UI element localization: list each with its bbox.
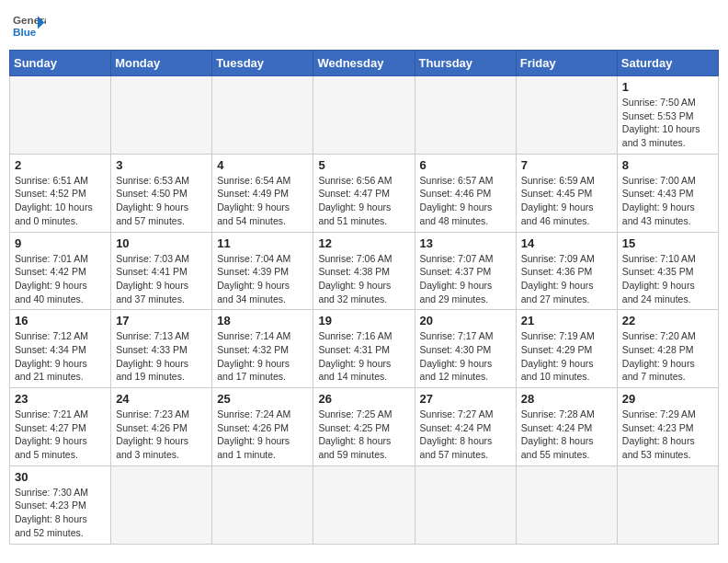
day-number: 4 (217, 158, 308, 172)
calendar-cell: 20Sunrise: 7:17 AM Sunset: 4:30 PM Dayli… (415, 310, 516, 388)
day-number: 16 (15, 314, 106, 327)
day-info: Sunrise: 7:27 AM Sunset: 4:24 PM Dayligh… (420, 408, 511, 462)
day-info: Sunrise: 7:04 AM Sunset: 4:39 PM Dayligh… (217, 252, 308, 306)
weekday-tuesday: Tuesday (212, 51, 313, 76)
day-number: 13 (420, 236, 511, 250)
calendar-cell (313, 465, 415, 544)
day-info: Sunrise: 7:01 AM Sunset: 4:42 PM Dayligh… (15, 252, 106, 306)
calendar-cell: 30Sunrise: 7:30 AM Sunset: 4:23 PM Dayli… (10, 465, 111, 544)
day-info: Sunrise: 6:53 AM Sunset: 4:50 PM Dayligh… (116, 174, 207, 228)
day-info: Sunrise: 6:54 AM Sunset: 4:49 PM Dayligh… (217, 174, 308, 228)
day-info: Sunrise: 6:51 AM Sunset: 4:52 PM Dayligh… (15, 174, 106, 228)
calendar-cell: 23Sunrise: 7:21 AM Sunset: 4:27 PM Dayli… (10, 388, 111, 466)
day-number: 26 (318, 392, 409, 406)
calendar-cell: 3Sunrise: 6:53 AM Sunset: 4:50 PM Daylig… (111, 154, 212, 232)
calendar-week-2: 2Sunrise: 6:51 AM Sunset: 4:52 PM Daylig… (10, 154, 719, 232)
calendar-cell: 11Sunrise: 7:04 AM Sunset: 4:39 PM Dayli… (212, 232, 313, 310)
day-number: 19 (318, 314, 409, 327)
day-info: Sunrise: 7:21 AM Sunset: 4:27 PM Dayligh… (15, 408, 106, 462)
weekday-saturday: Saturday (617, 51, 718, 76)
weekday-sunday: Sunday (10, 51, 111, 76)
day-number: 30 (15, 470, 106, 484)
calendar-week-5: 23Sunrise: 7:21 AM Sunset: 4:27 PM Dayli… (10, 388, 719, 466)
day-info: Sunrise: 7:03 AM Sunset: 4:41 PM Dayligh… (116, 252, 207, 306)
calendar-cell: 14Sunrise: 7:09 AM Sunset: 4:36 PM Dayli… (516, 232, 617, 310)
day-info: Sunrise: 7:00 AM Sunset: 4:43 PM Dayligh… (622, 174, 713, 228)
calendar-cell: 19Sunrise: 7:16 AM Sunset: 4:31 PM Dayli… (313, 310, 415, 388)
day-number: 5 (318, 158, 409, 172)
day-info: Sunrise: 7:14 AM Sunset: 4:32 PM Dayligh… (217, 329, 308, 384)
day-number: 3 (116, 158, 207, 172)
calendar-cell: 7Sunrise: 6:59 AM Sunset: 4:45 PM Daylig… (516, 154, 617, 232)
day-number: 20 (420, 314, 511, 327)
day-info: Sunrise: 7:29 AM Sunset: 4:23 PM Dayligh… (622, 408, 713, 462)
calendar-cell (313, 76, 415, 155)
calendar-cell: 2Sunrise: 6:51 AM Sunset: 4:52 PM Daylig… (10, 154, 111, 232)
day-info: Sunrise: 7:20 AM Sunset: 4:28 PM Dayligh… (622, 329, 713, 384)
weekday-friday: Friday (516, 51, 617, 76)
logo: General Blue (13, 9, 46, 42)
calendar-cell: 26Sunrise: 7:25 AM Sunset: 4:25 PM Dayli… (313, 388, 415, 466)
calendar-table: SundayMondayTuesdayWednesdayThursdayFrid… (9, 50, 719, 545)
day-number: 12 (318, 236, 409, 250)
day-number: 17 (116, 314, 207, 327)
weekday-thursday: Thursday (415, 51, 516, 76)
day-info: Sunrise: 6:56 AM Sunset: 4:47 PM Dayligh… (318, 174, 409, 228)
calendar-cell: 28Sunrise: 7:28 AM Sunset: 4:24 PM Dayli… (516, 388, 617, 466)
day-number: 10 (116, 236, 207, 250)
calendar-cell: 5Sunrise: 6:56 AM Sunset: 4:47 PM Daylig… (313, 154, 415, 232)
day-number: 22 (622, 314, 713, 327)
calendar-cell: 4Sunrise: 6:54 AM Sunset: 4:49 PM Daylig… (212, 154, 313, 232)
day-info: Sunrise: 7:30 AM Sunset: 4:23 PM Dayligh… (15, 486, 106, 540)
day-number: 23 (15, 392, 106, 406)
calendar-cell: 21Sunrise: 7:19 AM Sunset: 4:29 PM Dayli… (516, 310, 617, 388)
day-number: 21 (521, 314, 612, 327)
page-header: General Blue (9, 9, 719, 42)
day-info: Sunrise: 7:10 AM Sunset: 4:35 PM Dayligh… (622, 252, 713, 306)
calendar-cell: 17Sunrise: 7:13 AM Sunset: 4:33 PM Dayli… (111, 310, 212, 388)
calendar-cell: 15Sunrise: 7:10 AM Sunset: 4:35 PM Dayli… (617, 232, 718, 310)
day-info: Sunrise: 7:16 AM Sunset: 4:31 PM Dayligh… (318, 329, 409, 384)
day-number: 2 (15, 158, 106, 172)
calendar-cell: 12Sunrise: 7:06 AM Sunset: 4:38 PM Dayli… (313, 232, 415, 310)
calendar-cell (10, 76, 111, 155)
day-number: 15 (622, 236, 713, 250)
day-info: Sunrise: 7:19 AM Sunset: 4:29 PM Dayligh… (521, 329, 612, 384)
svg-text:Blue: Blue (13, 26, 37, 38)
calendar-cell (415, 465, 516, 544)
calendar-cell: 25Sunrise: 7:24 AM Sunset: 4:26 PM Dayli… (212, 388, 313, 466)
weekday-monday: Monday (111, 51, 212, 76)
day-info: Sunrise: 7:23 AM Sunset: 4:26 PM Dayligh… (116, 408, 207, 462)
calendar-cell: 16Sunrise: 7:12 AM Sunset: 4:34 PM Dayli… (10, 310, 111, 388)
day-info: Sunrise: 6:59 AM Sunset: 4:45 PM Dayligh… (521, 174, 612, 228)
calendar-cell: 27Sunrise: 7:27 AM Sunset: 4:24 PM Dayli… (415, 388, 516, 466)
day-info: Sunrise: 7:06 AM Sunset: 4:38 PM Dayligh… (318, 252, 409, 306)
day-number: 25 (217, 392, 308, 406)
calendar-cell: 18Sunrise: 7:14 AM Sunset: 4:32 PM Dayli… (212, 310, 313, 388)
day-info: Sunrise: 7:17 AM Sunset: 4:30 PM Dayligh… (420, 329, 511, 384)
day-number: 29 (622, 392, 713, 406)
calendar-cell: 6Sunrise: 6:57 AM Sunset: 4:46 PM Daylig… (415, 154, 516, 232)
day-info: Sunrise: 7:24 AM Sunset: 4:26 PM Dayligh… (217, 408, 308, 462)
calendar-cell (212, 465, 313, 544)
calendar-cell: 22Sunrise: 7:20 AM Sunset: 4:28 PM Dayli… (617, 310, 718, 388)
day-info: Sunrise: 6:57 AM Sunset: 4:46 PM Dayligh… (420, 174, 511, 228)
day-number: 9 (15, 236, 106, 250)
calendar-cell: 29Sunrise: 7:29 AM Sunset: 4:23 PM Dayli… (617, 388, 718, 466)
calendar-cell (212, 76, 313, 155)
calendar-cell (516, 76, 617, 155)
calendar-week-3: 9Sunrise: 7:01 AM Sunset: 4:42 PM Daylig… (10, 232, 719, 310)
day-number: 28 (521, 392, 612, 406)
calendar-week-4: 16Sunrise: 7:12 AM Sunset: 4:34 PM Dayli… (10, 310, 719, 388)
day-info: Sunrise: 7:13 AM Sunset: 4:33 PM Dayligh… (116, 329, 207, 384)
calendar-cell (617, 465, 718, 544)
day-number: 6 (420, 158, 511, 172)
day-info: Sunrise: 7:50 AM Sunset: 5:53 PM Dayligh… (622, 96, 713, 150)
day-info: Sunrise: 7:28 AM Sunset: 4:24 PM Dayligh… (521, 408, 612, 462)
calendar-cell: 1Sunrise: 7:50 AM Sunset: 5:53 PM Daylig… (617, 76, 718, 155)
calendar-cell (415, 76, 516, 155)
calendar-cell: 13Sunrise: 7:07 AM Sunset: 4:37 PM Dayli… (415, 232, 516, 310)
day-number: 1 (622, 80, 713, 94)
calendar-cell: 24Sunrise: 7:23 AM Sunset: 4:26 PM Dayli… (111, 388, 212, 466)
calendar-cell (111, 465, 212, 544)
